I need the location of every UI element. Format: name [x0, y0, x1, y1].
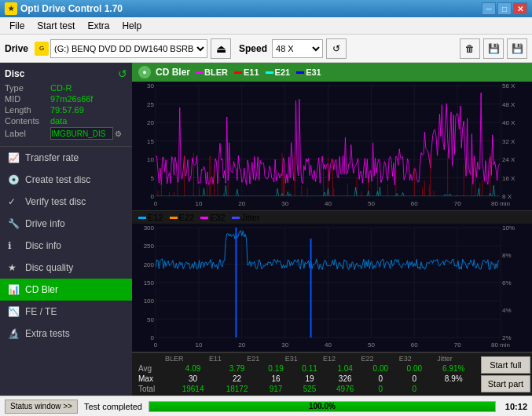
speed-label: Speed: [239, 43, 267, 54]
x-label-e12: E12: [323, 355, 336, 363]
e22-color: [170, 217, 178, 219]
total-e21: 917: [259, 384, 293, 394]
content-area: ● CD Bler BLER E11 E21 E31: [132, 63, 532, 396]
fe-te-icon: 📉: [8, 306, 19, 317]
max-jitter: 8.9%: [431, 374, 476, 384]
sidebar-label-transfer-rate: Transfer rate: [25, 152, 79, 163]
titlebar: ★ Opti Drive Control 1.70 ─ □ ✕: [0, 0, 532, 17]
avg-e31: 0.11: [293, 363, 327, 374]
e21-label: E21: [275, 68, 291, 77]
contents-label: Contents: [5, 116, 50, 126]
x-label-jitter: Jitter: [437, 355, 453, 363]
disc-refresh-icon[interactable]: ↺: [118, 68, 127, 80]
legend-e11: E11: [234, 68, 259, 77]
max-label: Max: [135, 374, 171, 384]
sidebar-item-drive-info[interactable]: 🔧 Drive info: [0, 213, 132, 235]
length-label: Length: [5, 105, 50, 115]
start-part-button[interactable]: Start part: [481, 375, 530, 392]
sidebar-item-disc-info[interactable]: ℹ Disc info: [0, 235, 132, 257]
sidebar-item-disc-quality[interactable]: ★ Disc quality: [0, 257, 132, 279]
disc-title: Disc: [5, 68, 24, 79]
legend-bler: BLER: [195, 68, 228, 77]
sidebar-label-cd-bler: CD Bler: [25, 284, 58, 295]
data-table-container: BLER E11 E21 E31 E12 E22 E32 Jitter Avg …: [132, 353, 479, 396]
sidebar-item-verify-test-disc[interactable]: ✓ Verify test disc: [0, 191, 132, 213]
top-chart-wrapper: [132, 82, 532, 211]
x-label-e31: E31: [285, 355, 298, 363]
maximize-button[interactable]: □: [497, 2, 512, 15]
main-layout: Disc ↺ Type CD-R MID 97m26s66f Length 79…: [0, 63, 532, 396]
total-e12: 4976: [327, 384, 364, 394]
contents-value: data: [50, 116, 67, 126]
x-label-e22: E22: [361, 355, 373, 363]
e22-label: E22: [179, 213, 195, 222]
eject-button[interactable]: ⏏: [211, 38, 231, 59]
avg-label: Avg: [135, 363, 171, 374]
type-label: Type: [5, 83, 50, 93]
menubar: File Start test Extra Help: [0, 17, 532, 35]
charts-container: E12 E22 E32 Jitter: [132, 82, 532, 352]
legend-e32: E32: [200, 213, 226, 222]
x-label-e32: E32: [399, 355, 412, 363]
legend-e21: E21: [266, 68, 291, 77]
avg-e12: 1.04: [327, 363, 364, 374]
status-window-button[interactable]: Status window >>: [5, 400, 78, 414]
drive-icon: G: [35, 42, 49, 56]
sidebar-item-cd-bler[interactable]: 📊 CD Bler: [0, 279, 132, 301]
sidebar-label-drive-info: Drive info: [25, 218, 65, 229]
max-e12: 326: [327, 374, 364, 384]
table-row-total: Total 19614 18172 917 525 4976 0 0: [135, 384, 476, 394]
minimize-button[interactable]: ─: [482, 2, 496, 15]
type-value: CD-R: [50, 83, 72, 93]
create-test-disc-icon: 💿: [8, 174, 19, 185]
bottom-row: BLER E11 E21 E31 E12 E22 E32 Jitter Avg …: [132, 352, 532, 396]
drive-select[interactable]: (G:) BENQ DVD DD DW1640 BSRB: [50, 39, 207, 58]
disc-label-input[interactable]: [50, 127, 113, 140]
avg-bler: 4.09: [171, 363, 215, 374]
speed-select[interactable]: Max4 X8 X16 X24 X32 X40 X48 X: [272, 39, 323, 58]
app-icon: ★: [5, 2, 17, 15]
avg-e21: 0.19: [259, 363, 293, 374]
sidebar-item-fe-te[interactable]: 📉 FE / TE: [0, 301, 132, 323]
avg-e22: 0.00: [364, 363, 398, 374]
burn-button[interactable]: 💾: [483, 38, 504, 59]
transfer-rate-icon: 📈: [8, 152, 19, 163]
avg-jitter: 6.91%: [431, 363, 476, 374]
bler-label: BLER: [204, 68, 228, 77]
sidebar-label-extra-tests: Extra tests: [25, 328, 70, 339]
menu-file[interactable]: File: [3, 19, 31, 33]
e12-color: [138, 217, 146, 219]
menu-start-test[interactable]: Start test: [31, 19, 81, 33]
status-text: Test completed: [84, 402, 142, 411]
total-jitter: [431, 384, 476, 394]
save-button[interactable]: 💾: [507, 38, 527, 59]
sidebar-item-create-test-disc[interactable]: 💿 Create test disc: [0, 169, 132, 191]
x-label-bler: BLER: [165, 355, 184, 363]
jitter-label: Jitter: [241, 213, 260, 222]
disc-label-icon[interactable]: ⚙: [115, 130, 122, 138]
legend-jitter: Jitter: [232, 213, 260, 222]
sidebar-item-extra-tests[interactable]: 🔬 Extra tests: [0, 323, 132, 345]
sidebar-item-transfer-rate[interactable]: 📈 Transfer rate: [0, 147, 132, 169]
table-row-avg: Avg 4.09 3.79 0.19 0.11 1.04 0.00 0.00 6…: [135, 363, 476, 374]
e12-label: E12: [148, 213, 163, 222]
start-full-button[interactable]: Start full: [481, 356, 530, 374]
drive-label: Drive: [5, 43, 28, 54]
e11-color: [234, 71, 242, 74]
max-bler: 30: [171, 374, 215, 384]
sidebar-menu: 📈 Transfer rate 💿 Create test disc ✓ Ver…: [0, 147, 132, 396]
menu-extra[interactable]: Extra: [81, 19, 116, 33]
menu-help[interactable]: Help: [116, 19, 148, 33]
e32-label: E32: [210, 213, 226, 222]
e32-color: [200, 217, 208, 219]
total-e31: 525: [293, 384, 327, 394]
disc-panel: Disc ↺ Type CD-R MID 97m26s66f Length 79…: [0, 63, 132, 147]
erase-button[interactable]: 🗑: [460, 38, 480, 59]
refresh-button[interactable]: ↺: [326, 38, 347, 59]
e31-color: [296, 71, 304, 74]
statusbar: Status window >> Test completed 100.0% 1…: [0, 396, 532, 416]
sidebar-label-disc-quality: Disc quality: [25, 262, 73, 273]
disc-label-label: Label: [5, 129, 50, 138]
close-button[interactable]: ✕: [513, 2, 527, 15]
sidebar-label-fe-te: FE / TE: [25, 306, 57, 317]
